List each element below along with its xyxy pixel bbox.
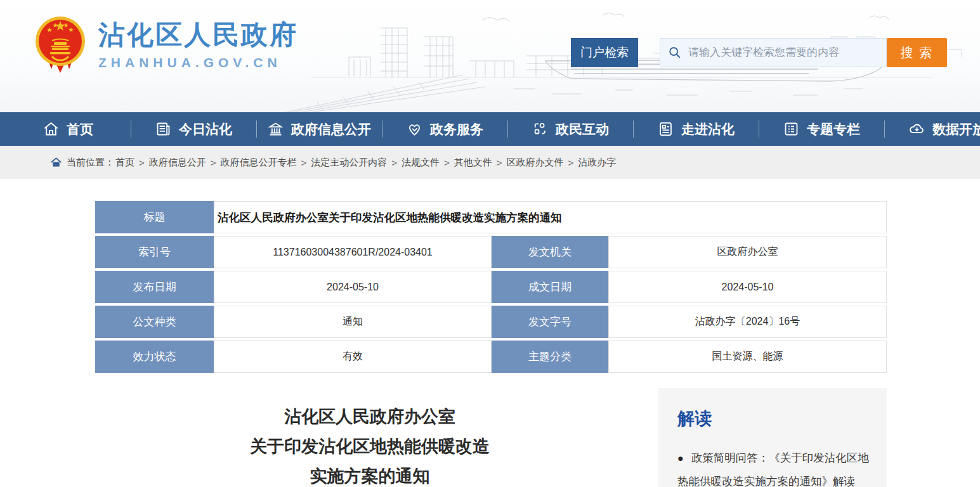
- main-nav: 首页 今日沾化 政府信息公开 政务服务 政民互动: [0, 112, 980, 146]
- crumb-separator: >: [391, 157, 397, 168]
- search-box: [660, 38, 887, 67]
- meta-value-publish-date: 2024-05-10: [214, 271, 492, 303]
- home-icon: [42, 120, 60, 138]
- portal-search-button[interactable]: 门户检索: [571, 38, 638, 67]
- search-submit-button[interactable]: 搜 索: [887, 38, 947, 67]
- document-icon: [657, 120, 674, 138]
- crumb-regulations[interactable]: 法规文件: [402, 157, 440, 169]
- interpretation-heading: 解读: [677, 407, 869, 430]
- crumb-separator: >: [139, 157, 145, 168]
- meta-label-issuing-agency: 发文机关: [492, 236, 608, 268]
- search-icon: [668, 46, 682, 60]
- crumb-government-info[interactable]: 政府信息公开: [149, 157, 206, 169]
- meta-value-subject-category: 国土资源、能源: [608, 341, 887, 373]
- breadcrumb: 当前位置： 首页 > 政府信息公开 > 政府信息公开专栏 > 法定主动公开内容 …: [0, 146, 980, 179]
- nav-label: 今日沾化: [179, 120, 232, 138]
- meta-label-written-date: 成文日期: [492, 271, 608, 303]
- meta-value-document-number: 沾政办字〔2024〕16号: [608, 306, 887, 338]
- meta-value-title: 沾化区人民政府办公室关于印发沾化区地热能供暖改造实施方案的通知: [214, 201, 887, 233]
- interaction-icon: [532, 120, 549, 138]
- crumb-district-office-documents[interactable]: 区政府办文件: [507, 157, 564, 169]
- nav-label: 专题专栏: [807, 120, 860, 138]
- crumb-separator: >: [568, 157, 574, 168]
- meta-label-publish-date: 发布日期: [95, 271, 214, 303]
- cloud-download-icon: [908, 120, 925, 138]
- document-title-line3: 实施方案的通知: [95, 462, 644, 487]
- search-input[interactable]: [688, 46, 879, 59]
- meta-row-index: 索引号 11371603004387601R/2024-03401 发文机关 区…: [95, 236, 887, 268]
- meta-value-index-number: 11371603004387601R/2024-03401: [214, 236, 492, 268]
- nav-item-today-zhanhua[interactable]: 今日沾化: [131, 112, 256, 146]
- meta-label-index-number: 索引号: [95, 236, 214, 268]
- breadcrumb-home-icon: [51, 157, 62, 167]
- nav-label: 政务服务: [430, 120, 483, 138]
- meta-label-title: 标题: [95, 201, 214, 233]
- site-title: 沾化区人民政府: [98, 20, 298, 50]
- document-title: 沾化区人民政府办公室 关于印发沾化区地热能供暖改造 实施方案的通知: [95, 402, 644, 487]
- meta-value-issuing-agency: 区政府办公室: [608, 236, 887, 268]
- meta-row-status: 效力状态 有效 主题分类 国土资源、能源: [95, 341, 887, 373]
- nav-item-government-info[interactable]: 政府信息公开: [256, 112, 382, 146]
- site-logo[interactable]: 沾化区人民政府 ZHANHUA.GOV.CN: [35, 16, 298, 74]
- nav-item-government-services[interactable]: 政务服务: [382, 112, 507, 146]
- nav-item-open-data[interactable]: 数据开放: [884, 112, 980, 146]
- site-domain: ZHANHUA.GOV.CN: [98, 55, 298, 70]
- meta-row-title: 标题 沾化区人民政府办公室关于印发沾化区地热能供暖改造实施方案的通知: [95, 201, 887, 233]
- meta-value-written-date: 2024-05-10: [608, 271, 887, 303]
- document-meta-table: 标题 沾化区人民政府办公室关于印发沾化区地热能供暖改造实施方案的通知 索引号 1…: [95, 201, 887, 373]
- crumb-home[interactable]: 首页: [115, 157, 134, 169]
- list-icon: [783, 120, 800, 138]
- document-title-line1: 沾化区人民政府办公室: [95, 402, 644, 432]
- nav-item-about-zhanhua[interactable]: 走进沾化: [633, 112, 759, 146]
- document-title-line2: 关于印发沾化区地热能供暖改造: [95, 432, 644, 462]
- crumb-separator: >: [444, 157, 450, 168]
- crumb-info-column[interactable]: 政府信息公开专栏: [221, 157, 297, 169]
- bullet-icon: ●: [677, 453, 684, 464]
- nav-label: 数据开放: [932, 120, 980, 138]
- meta-value-validity-status: 有效: [214, 341, 492, 373]
- crumb-separator: >: [301, 157, 307, 168]
- site-title-block: 沾化区人民政府 ZHANHUA.GOV.CN: [98, 20, 298, 70]
- news-icon: [155, 120, 172, 138]
- nav-label: 首页: [67, 120, 93, 138]
- interpretation-link[interactable]: ●政策简明问答：《关于印发沾化区地热能供暖改造实施方案的通知》解读: [677, 446, 869, 487]
- crumb-zhanzhengbanzi[interactable]: 沾政办字: [578, 157, 616, 169]
- meta-label-document-type: 公文种类: [95, 306, 214, 338]
- crumb-separator: >: [211, 157, 216, 168]
- crumb-separator: >: [497, 157, 502, 168]
- crumb-other-documents[interactable]: 其他文件: [454, 157, 492, 169]
- crumb-statutory-disclosure[interactable]: 法定主动公开内容: [311, 157, 387, 169]
- breadcrumb-prefix: 当前位置：: [67, 157, 114, 169]
- interpretation-panel: 解读 ●政策简明问答：《关于印发沾化区地热能供暖改造实施方案的通知》解读: [658, 388, 887, 487]
- main-content: 标题 沾化区人民政府办公室关于印发沾化区地热能供暖改造实施方案的通知 索引号 1…: [0, 179, 980, 487]
- meta-row-dates: 发布日期 2024-05-10 成文日期 2024-05-10: [95, 271, 887, 303]
- meta-value-document-type: 通知: [214, 306, 492, 338]
- meta-row-type: 公文种类 通知 发文字号 沾政办字〔2024〕16号: [95, 306, 887, 338]
- service-heart-icon: [406, 120, 423, 138]
- nav-item-special-topics[interactable]: 专题专栏: [759, 112, 884, 146]
- meta-label-validity-status: 效力状态: [95, 341, 214, 373]
- government-building-icon: [267, 120, 284, 138]
- nav-label: 政府信息公开: [291, 120, 371, 138]
- nav-label: 政民互动: [556, 120, 609, 138]
- meta-label-subject-category: 主题分类: [492, 341, 608, 373]
- meta-label-document-number: 发文字号: [492, 306, 608, 338]
- interpretation-link-text: 政策简明问答：《关于印发沾化区地热能供暖改造实施方案的通知》解读: [677, 451, 869, 487]
- national-emblem-icon: [35, 16, 86, 74]
- nav-item-public-interaction[interactable]: 政民互动: [507, 112, 633, 146]
- nav-label: 走进沾化: [681, 120, 735, 138]
- site-header: 沾化区人民政府 ZHANHUA.GOV.CN 门户检索 搜 索: [0, 0, 980, 112]
- nav-item-home[interactable]: 首页: [5, 112, 131, 146]
